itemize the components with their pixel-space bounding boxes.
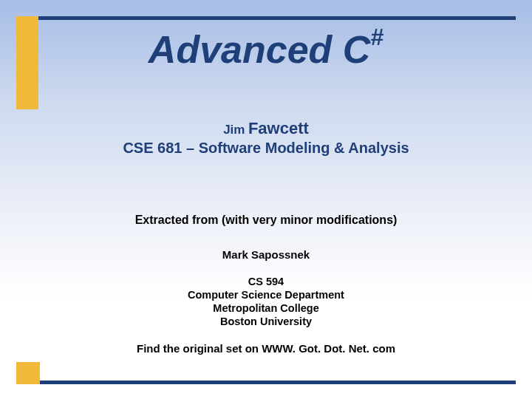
author-line: Jim Fawcett bbox=[0, 119, 532, 138]
extracted-note: Extracted from (with very minor modifica… bbox=[0, 214, 532, 227]
affil-line-4: Boston University bbox=[0, 315, 532, 328]
affil-line-2: Computer Science Department bbox=[0, 288, 532, 301]
original-author: Mark Sapossnek bbox=[0, 248, 532, 261]
author-first: Jim bbox=[223, 123, 245, 137]
course-line: CSE 681 – Software Modeling & Analysis bbox=[0, 140, 532, 157]
bottom-rule bbox=[16, 381, 516, 384]
affil-line-3: Metropolitan College bbox=[0, 301, 532, 315]
slide: Advanced C# Jim Fawcett CSE 681 – Softwa… bbox=[0, 0, 532, 399]
find-original-note: Find the original set on WWW. Got. Dot. … bbox=[0, 342, 532, 355]
title-main: Advanced C bbox=[149, 28, 371, 71]
bottom-accent-square bbox=[16, 362, 40, 384]
title-superscript: # bbox=[370, 24, 383, 50]
affil-line-1: CS 594 bbox=[0, 275, 532, 288]
author-last: Fawcett bbox=[248, 119, 309, 137]
affiliation-block: CS 594 Computer Science Department Metro… bbox=[0, 275, 532, 329]
slide-title: Advanced C# bbox=[0, 30, 532, 69]
top-rule bbox=[16, 16, 516, 20]
